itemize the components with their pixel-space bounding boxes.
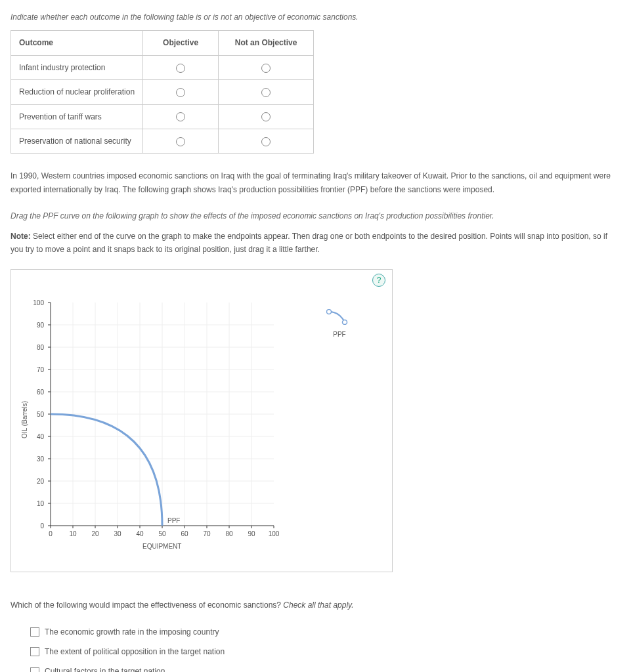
note-text: Select either end of the curve on the gr…: [11, 232, 607, 254]
y-ticks: 100 90 80 70 60 50 40 30 20 10 0: [33, 299, 51, 530]
svg-text:40: 40: [136, 530, 144, 537]
question-2-prompt: Which of the following would impact the …: [11, 598, 620, 612]
legend-tool[interactable]: PPF: [326, 309, 353, 340]
ppf-chart: ? PPF OIL (Barrels): [11, 269, 393, 572]
option-label: The economic growth rate in the imposing…: [45, 625, 219, 639]
help-icon[interactable]: ?: [372, 274, 385, 287]
svg-text:10: 10: [37, 500, 45, 507]
curve-label: PPF: [167, 517, 180, 524]
svg-text:20: 20: [91, 530, 99, 537]
list-item: The extent of political opposition in th…: [30, 645, 620, 658]
svg-point-0: [327, 310, 332, 314]
plot-svg[interactable]: 100 90 80 70 60 50 40 30 20 10 0: [51, 303, 274, 526]
list-item: Cultural factors in the target nation: [30, 665, 620, 672]
table-row: Prevention of tariff wars: [11, 104, 314, 129]
checkbox-list: The economic growth rate in the imposing…: [11, 625, 620, 672]
svg-text:70: 70: [203, 530, 211, 537]
x-axis-label: EQUIPMENT: [142, 541, 181, 552]
outcome-cell: Infant industry protection: [11, 55, 143, 79]
svg-text:90: 90: [248, 530, 255, 537]
radio-objective-3[interactable]: [176, 137, 185, 146]
svg-text:70: 70: [37, 366, 45, 373]
svg-text:40: 40: [37, 433, 45, 440]
ppf-curve[interactable]: [51, 414, 162, 526]
q2-hint: Check all that apply.: [283, 600, 353, 610]
radio-objective-2[interactable]: [176, 112, 185, 121]
svg-text:0: 0: [49, 530, 53, 537]
outcome-cell: Preservation of national security: [11, 129, 143, 153]
svg-text:30: 30: [37, 455, 45, 463]
note-paragraph: Note: Select either end of the curve on …: [11, 230, 620, 257]
svg-text:90: 90: [37, 322, 45, 329]
outcome-cell: Reduction of nuclear proliferation: [11, 80, 143, 104]
objectives-table: Outcome Objective Not an Objective Infan…: [11, 30, 314, 154]
th-not-objective: Not an Objective: [219, 31, 314, 55]
svg-text:30: 30: [114, 530, 121, 537]
svg-text:60: 60: [37, 388, 45, 396]
svg-text:10: 10: [69, 530, 77, 537]
checkbox-2[interactable]: [30, 667, 39, 672]
option-label: Cultural factors in the target nation: [45, 665, 165, 672]
svg-text:60: 60: [181, 530, 188, 537]
table-row: Infant industry protection: [11, 55, 314, 79]
radio-objective-0[interactable]: [176, 64, 185, 73]
svg-text:50: 50: [37, 411, 45, 418]
svg-text:100: 100: [269, 530, 280, 537]
svg-text:20: 20: [37, 478, 45, 485]
grid-group: [51, 303, 274, 526]
option-label: The extent of political opposition in th…: [45, 645, 225, 658]
table-row: Preservation of national security: [11, 129, 314, 153]
radio-not-objective-2[interactable]: [261, 112, 271, 121]
radio-not-objective-1[interactable]: [261, 88, 271, 97]
ppf-tool-icon: [326, 309, 353, 325]
radio-not-objective-3[interactable]: [261, 137, 271, 146]
q2-text: Which of the following would impact the …: [11, 600, 283, 610]
table-row: Reduction of nuclear proliferation: [11, 80, 314, 104]
svg-text:100: 100: [33, 299, 44, 306]
svg-text:80: 80: [37, 344, 45, 351]
legend-label: PPF: [326, 329, 353, 340]
context-paragraph: In 1990, Western countries imposed econo…: [11, 169, 620, 196]
svg-text:50: 50: [158, 530, 166, 537]
note-label: Note:: [11, 232, 31, 241]
th-objective: Objective: [143, 31, 219, 55]
instruction-1: Indicate whether each outcome in the fol…: [11, 10, 620, 24]
svg-point-1: [343, 320, 347, 325]
y-axis-label: OIL (Barrels): [19, 401, 30, 438]
list-item: The economic growth rate in the imposing…: [30, 625, 620, 639]
checkbox-0[interactable]: [30, 627, 39, 637]
th-outcome: Outcome: [11, 31, 143, 55]
radio-not-objective-0[interactable]: [261, 64, 271, 73]
x-ticks: 0 10 20 30 40 50 60 70 80 90 100: [49, 526, 280, 537]
svg-text:0: 0: [40, 522, 44, 530]
checkbox-1[interactable]: [30, 647, 39, 656]
instruction-2: Drag the PPF curve on the following grap…: [11, 209, 620, 222]
svg-text:80: 80: [225, 530, 233, 537]
radio-objective-1[interactable]: [176, 88, 185, 97]
outcome-cell: Prevention of tariff wars: [11, 104, 143, 129]
